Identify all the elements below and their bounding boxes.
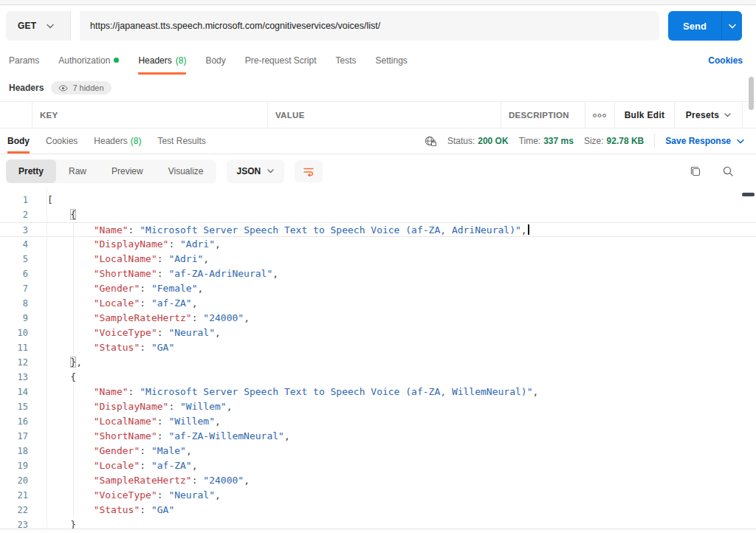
url-field-wrap (80, 11, 659, 41)
code-text: "Status": "GA" (38, 503, 174, 517)
tab-headers[interactable]: Headers (8) (138, 47, 186, 75)
code-line[interactable]: 10 "VoiceType": "Neural", (0, 326, 756, 340)
view-tab-pretty[interactable]: Pretty (6, 159, 56, 183)
size-value: 92.78 KB (607, 136, 645, 146)
chevron-down-icon (729, 24, 736, 29)
line-number: 8 (0, 296, 38, 311)
copy-icon[interactable] (690, 165, 701, 177)
code-line[interactable]: 22 "Status": "GA" (0, 503, 756, 517)
response-header: Body Cookies Headers (8) Test Results St… (0, 128, 756, 154)
method-label: GET (18, 21, 36, 31)
code-line[interactable]: 9 "SampleRateHertz": "24000", (0, 311, 756, 326)
code-line[interactable]: 16 "LocalName": "Willem", (0, 414, 756, 429)
tab-tests[interactable]: Tests (335, 47, 356, 75)
code-text: "SampleRateHertz": "24000", (38, 311, 250, 326)
cookies-link[interactable]: Cookies (708, 47, 743, 75)
tab-label: Settings (376, 55, 408, 66)
code-line[interactable]: 19 "Locale": "af-ZA", (0, 458, 756, 473)
line-number: 7 (0, 281, 38, 296)
vertical-scrollbar-thumb[interactable] (749, 77, 754, 110)
line-number: 17 (0, 429, 38, 444)
view-tab-visualize[interactable]: Visualize (156, 159, 216, 183)
code-line[interactable]: 1[ (0, 193, 756, 207)
line-number: 10 (0, 326, 38, 340)
view-tab-preview[interactable]: Preview (99, 159, 156, 183)
time-badge: Time: 337 ms (519, 136, 574, 146)
headers-section-title: Headers (9, 83, 44, 93)
code-line[interactable]: 8 "Locale": "af-ZA", (0, 296, 756, 311)
view-tab-raw[interactable]: Raw (56, 159, 99, 183)
line-number: 14 (0, 385, 38, 399)
line-number: 11 (0, 340, 38, 355)
code-line[interactable]: 5 "LocalName": "Adri", (0, 252, 756, 266)
tab-pre-request-script[interactable]: Pre-request Script (245, 47, 317, 75)
code-line[interactable]: 6 "ShortName": "af-ZA-AdriNeural", (0, 266, 756, 281)
language-dropdown[interactable]: JSON (227, 159, 285, 183)
code-line[interactable]: 21 "VoiceType": "Neural", (0, 488, 756, 503)
request-url-bar: GET Send (0, 5, 756, 47)
code-text: } (38, 517, 76, 529)
cookies-label: Cookies (708, 55, 743, 66)
bulk-edit-button[interactable]: Bulk Edit (614, 102, 674, 128)
save-response-button[interactable]: Save Response (665, 136, 744, 146)
response-headers-count: (8) (131, 136, 142, 146)
editor-scrollbar-thumb[interactable] (742, 193, 755, 196)
code-line[interactable]: 2 { (0, 207, 756, 222)
code-text: "Gender": "Male", (38, 444, 192, 458)
send-options-button[interactable] (721, 11, 742, 41)
send-button[interactable]: Send (668, 11, 721, 41)
response-view-toolbar: Pretty Raw Preview Visualize JSON (0, 154, 756, 188)
tab-settings[interactable]: Settings (376, 47, 408, 75)
code-line[interactable]: 4 "DisplayName": "Adri", (0, 237, 756, 252)
code-line[interactable]: 11 "Status": "GA" (0, 340, 756, 355)
tab-authorization[interactable]: Authorization (58, 47, 119, 75)
code-line[interactable]: 17 "ShortName": "af-ZA-WillemNeural", (0, 429, 756, 444)
code-text: "DisplayName": "Willem", (38, 399, 232, 414)
code-line[interactable]: 15 "DisplayName": "Willem", (0, 399, 756, 414)
presets-dropdown[interactable]: Presets (674, 102, 742, 128)
time-value: 337 ms (543, 136, 574, 146)
code-line[interactable]: 14 "Name": "Microsoft Server Speech Text… (0, 385, 756, 399)
response-tab-cookies[interactable]: Cookies (46, 128, 78, 154)
tab-params[interactable]: Params (9, 47, 39, 75)
chevron-down-icon (724, 113, 731, 117)
more-options-icon[interactable]: ooo (585, 102, 614, 128)
headers-section-header: Headers 7 hidden (0, 75, 756, 101)
divider (654, 134, 655, 148)
line-number: 18 (0, 444, 38, 458)
code-text: { (38, 207, 76, 222)
network-globe-lock-icon[interactable] (425, 136, 437, 147)
response-tab-test-results[interactable]: Test Results (157, 128, 205, 154)
tab-label: Pre-request Script (245, 55, 317, 66)
response-tab-headers[interactable]: Headers (8) (94, 128, 141, 154)
wrap-lines-icon (303, 166, 315, 176)
size-label: Size: (584, 136, 604, 146)
line-number: 20 (0, 473, 38, 488)
code-lines: 1[2 {3 "Name": "Microsoft Server Speech … (0, 193, 756, 529)
code-text: "VoiceType": "Neural", (38, 326, 221, 340)
line-number: 23 (0, 517, 38, 529)
line-number: 1 (0, 193, 38, 207)
headers-count: (8) (176, 55, 187, 66)
wrap-lines-toggle[interactable] (295, 160, 323, 182)
view-mode-switcher: Pretty Raw Preview Visualize (6, 159, 216, 183)
send-button-group: Send (668, 11, 742, 41)
tab-label: Cookies (46, 136, 78, 146)
tab-label: Authorization (58, 55, 110, 66)
code-line[interactable]: 7 "Gender": "Female", (0, 281, 756, 296)
headers-table-header: KEY VALUE DESCRIPTION ooo Bulk Edit Pres… (0, 101, 756, 128)
code-line[interactable]: 20 "SampleRateHertz": "24000", (0, 473, 756, 488)
tab-body[interactable]: Body (205, 47, 225, 75)
method-selector[interactable]: GET (6, 11, 71, 41)
response-tab-body[interactable]: Body (7, 128, 30, 154)
postman-app: GET Send Params Authorization (0, 0, 756, 533)
save-response-label: Save Response (665, 136, 731, 146)
code-line[interactable]: 13 { (0, 370, 756, 385)
code-line[interactable]: 18 "Gender": "Male", (0, 444, 756, 458)
url-input[interactable] (90, 21, 649, 31)
code-line[interactable]: 23 } (0, 517, 756, 529)
search-icon[interactable] (722, 165, 734, 177)
hidden-headers-toggle[interactable]: 7 hidden (51, 81, 111, 94)
code-line[interactable]: 3 "Name": "Microsoft Server Speech Text … (0, 222, 756, 237)
code-line[interactable]: 12 }, (0, 355, 756, 370)
